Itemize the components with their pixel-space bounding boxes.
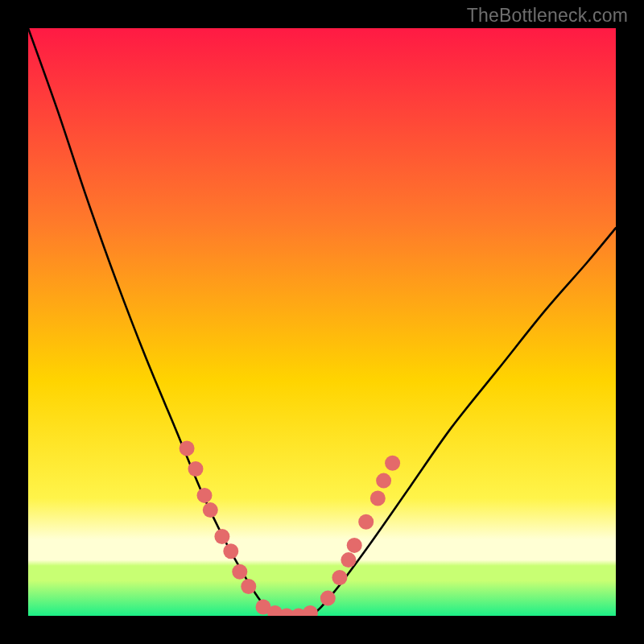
bottleneck-curve xyxy=(28,28,616,616)
curve-marker xyxy=(197,488,213,503)
curve-marker xyxy=(214,529,229,544)
curve-marker xyxy=(180,441,195,456)
curve-markers xyxy=(180,441,401,617)
curve-marker xyxy=(385,456,400,471)
curve-marker xyxy=(320,591,336,606)
watermark-text: TheBottleneck.com xyxy=(467,5,628,27)
curve-marker xyxy=(341,552,356,568)
curve-marker xyxy=(232,564,247,580)
curve-marker xyxy=(223,543,238,559)
curve-layer xyxy=(28,28,616,616)
curve-marker xyxy=(370,491,386,506)
curve-marker xyxy=(332,570,347,585)
curve-marker xyxy=(241,579,256,594)
chart-frame: TheBottleneck.com xyxy=(0,0,644,644)
curve-marker xyxy=(358,514,374,530)
curve-marker xyxy=(303,605,318,616)
plot-area xyxy=(28,28,616,616)
curve-marker xyxy=(203,502,218,518)
curve-marker xyxy=(188,461,204,477)
curve-marker xyxy=(376,473,391,489)
curve-marker xyxy=(347,538,362,553)
